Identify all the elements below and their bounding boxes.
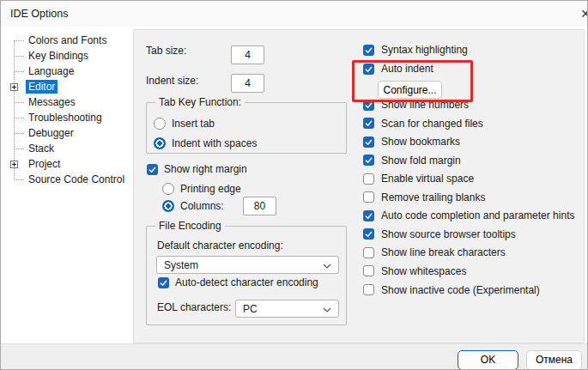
close-icon[interactable]: ✕	[575, 6, 588, 21]
configure-button[interactable]: Configure...	[378, 81, 442, 99]
sidebar-item-debugger[interactable]: Debugger	[4, 125, 130, 141]
sidebar-item-key-bindings[interactable]: Key Bindings	[4, 48, 130, 64]
checkbox-icon[interactable]	[363, 155, 374, 166]
sidebar-item-source-code-control[interactable]: Source Code Control	[4, 172, 130, 187]
checkbox-icon[interactable]	[363, 247, 374, 258]
option-show-whitespaces[interactable]: Show whitespaces	[363, 264, 466, 278]
option-show-line-break-characters[interactable]: Show line break characters	[363, 246, 506, 259]
option-show-fold-margin[interactable]: Show fold margin	[363, 154, 461, 167]
tree-connector	[15, 179, 24, 180]
tab-size-input[interactable]: 4	[231, 45, 264, 64]
option-label: Show fold margin	[381, 155, 461, 167]
checkbox-icon[interactable]	[363, 284, 374, 295]
sidebar-item-troubleshooting[interactable]: Troubleshooting	[4, 110, 130, 125]
indent-with-spaces-radio[interactable]: Indent with spaces	[154, 136, 257, 150]
tree-connector	[15, 149, 24, 149]
cancel-button[interactable]: Отмена	[526, 350, 582, 370]
expand-plus-icon[interactable]	[10, 83, 18, 91]
printing-edge-radio[interactable]: Printing edge	[162, 182, 241, 196]
sidebar-item-colors-and-fonts[interactable]: Colors and Fonts	[4, 33, 130, 48]
sidebar-item-label: Key Bindings	[26, 49, 91, 63]
default-encoding-value: System	[164, 259, 198, 271]
option-syntax-highlighting[interactable]: Syntax highlighting	[363, 43, 468, 57]
option-label: Remove trailing blanks	[381, 191, 485, 203]
tab-size-label: Tab size:	[146, 45, 186, 57]
sidebar-item-language[interactable]: Language	[4, 64, 130, 79]
tree-connector	[15, 118, 24, 118]
columns-radio[interactable]: Columns:	[162, 199, 224, 213]
checkbox-icon[interactable]	[363, 100, 374, 111]
tree-connector	[15, 40, 24, 41]
radio-icon[interactable]	[154, 137, 166, 149]
option-remove-trailing-blanks[interactable]: Remove trailing blanks	[363, 191, 485, 204]
show-right-margin-checkbox[interactable]: Show right margin	[147, 162, 247, 176]
option-label: Auto indent	[381, 63, 433, 75]
option-label: Show line break characters	[381, 246, 506, 258]
editor-options-panel: Tab size: 4 Indent size: 4 Tab Key Funct…	[133, 29, 585, 343]
printing-edge-label: Printing edge	[180, 183, 241, 195]
insert-tab-label: Insert tab	[172, 118, 215, 130]
checkbox-icon[interactable]	[363, 265, 374, 276]
window-title: IDE Options	[10, 8, 68, 20]
sidebar-item-messages[interactable]: Messages	[4, 94, 130, 110]
sidebar-item-label: Messages	[26, 95, 78, 109]
checkbox-icon[interactable]	[158, 277, 169, 288]
checkbox-icon[interactable]	[363, 45, 374, 56]
expand-plus-icon[interactable]	[10, 161, 18, 168]
default-encoding-label: Default character encoding:	[157, 240, 283, 252]
default-encoding-select[interactable]: System	[156, 256, 339, 274]
category-tree: Colors and FontsKey BindingsLanguageEdit…	[4, 32, 130, 343]
chevron-down-icon	[323, 259, 331, 271]
ide-options-dialog: IDE Options ✕ Colors and FontsKey Bindin…	[0, 0, 588, 370]
option-scan-for-changed-files[interactable]: Scan for changed files	[363, 117, 483, 130]
footer-bar: OK Отмена	[1, 343, 588, 370]
columns-label: Columns:	[180, 200, 224, 212]
option-enable-virtual-space[interactable]: Enable virtual space	[363, 172, 474, 185]
option-show-source-browser-tooltips[interactable]: Show source browser tooltips	[363, 227, 516, 241]
sidebar-item-label: Project	[26, 157, 63, 171]
tab-key-function-title: Tab Key Function:	[155, 96, 245, 108]
checkbox-icon[interactable]	[363, 173, 374, 185]
sidebar-item-label: Language	[26, 64, 76, 78]
checkbox-icon[interactable]	[147, 164, 158, 175]
sidebar-item-label: Debugger	[26, 126, 76, 140]
option-show-bookmarks[interactable]: Show bookmarks	[363, 135, 460, 149]
file-encoding-title: File Encoding	[155, 220, 225, 232]
ok-button[interactable]: OK	[458, 350, 518, 370]
checkbox-icon[interactable]	[363, 118, 374, 129]
option-auto-code-completion-and-parameter-hints[interactable]: Auto code completion and parameter hints	[363, 209, 574, 222]
option-label: Scan for changed files	[381, 118, 483, 130]
radio-icon[interactable]	[154, 118, 166, 130]
columns-input[interactable]: 80	[243, 197, 276, 215]
autodetect-encoding-label: Auto-detect character encoding	[175, 276, 318, 288]
sidebar-item-editor[interactable]: Editor	[4, 79, 130, 94]
tree-connector	[15, 102, 24, 103]
indent-size-label: Indent size:	[146, 75, 198, 87]
option-auto-indent[interactable]: Auto indent	[363, 62, 433, 76]
sidebar-item-label: Troubleshooting	[26, 111, 105, 124]
autodetect-encoding-checkbox[interactable]: Auto-detect character encoding	[158, 276, 318, 289]
sidebar-item-label: Source Code Control	[26, 173, 127, 186]
sidebar-item-stack[interactable]: Stack	[4, 141, 130, 156]
checkbox-icon[interactable]	[363, 191, 374, 203]
sidebar-item-project[interactable]: Project	[4, 156, 130, 172]
insert-tab-radio[interactable]: Insert tab	[154, 117, 215, 130]
checkbox-icon[interactable]	[363, 136, 374, 148]
option-show-line-numbers[interactable]: Show line numbers	[363, 98, 469, 112]
indent-size-input[interactable]: 4	[231, 74, 264, 93]
radio-icon[interactable]	[162, 200, 174, 212]
option-label: Show line numbers	[381, 99, 469, 111]
option-label: Show inactive code (Experimental)	[381, 284, 540, 296]
eol-characters-select[interactable]: PC	[235, 300, 339, 318]
checkbox-icon[interactable]	[363, 228, 374, 240]
sidebar-item-label: Colors and Fonts	[26, 33, 109, 47]
sidebar-item-label: Stack	[26, 142, 57, 155]
tree-connector	[15, 56, 24, 57]
checkbox-icon[interactable]	[363, 64, 374, 75]
option-label: Syntax highlighting	[381, 44, 468, 56]
checkbox-icon[interactable]	[363, 210, 374, 221]
radio-icon[interactable]	[162, 183, 174, 195]
option-label: Enable virtual space	[381, 173, 474, 185]
option-show-inactive-code-experimental[interactable]: Show inactive code (Experimental)	[363, 283, 540, 297]
titlebar: IDE Options ✕	[1, 1, 587, 27]
